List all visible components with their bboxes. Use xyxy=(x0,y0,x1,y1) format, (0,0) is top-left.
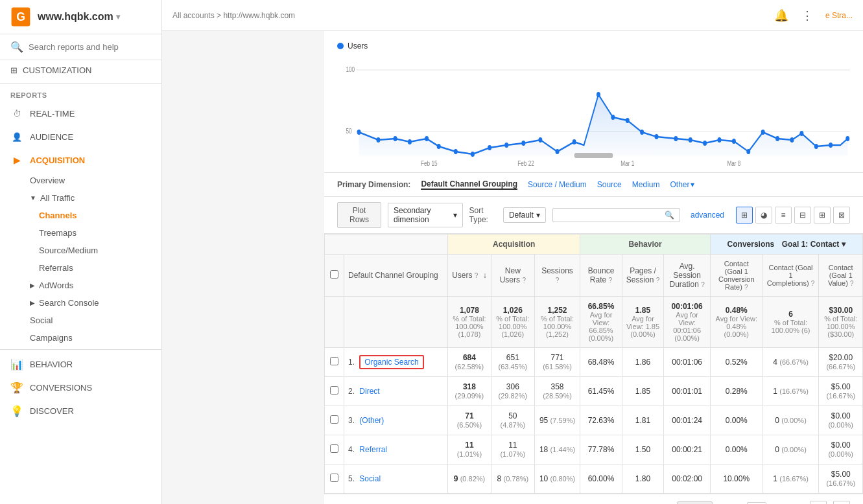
sidebar-item-customization[interactable]: ⊞ CUSTOMIZATION xyxy=(0,60,161,80)
acquisition-section-header: Acquisition xyxy=(448,235,580,255)
avg-session-info-icon[interactable]: ? xyxy=(701,281,705,288)
more-options-icon[interactable]: ⋮ xyxy=(799,8,815,23)
sort-type-dropdown[interactable]: Default ▾ xyxy=(503,207,546,223)
sidebar-header: G www.hqbk.com ▾ xyxy=(0,0,161,34)
sidebar-item-social[interactable]: Social xyxy=(0,312,161,329)
sidebar-item-campaigns[interactable]: Campaigns xyxy=(0,329,161,347)
users-info-icon[interactable]: ? xyxy=(475,272,479,279)
sidebar-item-audience[interactable]: 👤 AUDIENCE xyxy=(0,125,161,148)
row-2-channel-link[interactable]: (Other) xyxy=(359,416,384,425)
rows-per-page-select[interactable]: 10 25 50 100 xyxy=(677,501,713,504)
row-1-channel-link[interactable]: Direct xyxy=(359,387,379,396)
dim-source-medium[interactable]: Source / Medium xyxy=(528,180,587,189)
table-search-icon[interactable]: 🔍 xyxy=(665,211,674,220)
pagination-prev-button[interactable]: ‹ xyxy=(810,501,827,504)
table-search-input[interactable] xyxy=(558,211,662,220)
totals-new-users: 1,026 % of Total: 100.00% (1,026) xyxy=(491,297,534,348)
search-input[interactable] xyxy=(29,42,151,52)
row-2-checkbox[interactable] xyxy=(330,415,338,424)
discover-label: DISCOVER xyxy=(30,406,74,416)
site-name[interactable]: www.hqbk.com ▾ xyxy=(38,11,120,23)
svg-text:Feb 15: Feb 15 xyxy=(421,159,438,167)
sidebar-item-sourcemedium[interactable]: Source/Medium xyxy=(0,242,161,259)
svg-point-33 xyxy=(732,139,736,144)
svg-text:100: 100 xyxy=(346,65,355,73)
contact-rate-info-icon[interactable]: ? xyxy=(744,284,748,291)
secondary-dimension-dropdown[interactable]: Secondary dimension ▾ xyxy=(388,203,463,227)
sessions-info-icon[interactable]: ? xyxy=(556,277,560,284)
view-comparison-icon[interactable]: ⊟ xyxy=(794,207,811,223)
bounce-rate-info-icon[interactable]: ? xyxy=(609,277,613,284)
new-users-info-icon[interactable]: ? xyxy=(522,277,526,284)
row-2-new-users: 50 (4.87%) xyxy=(491,406,534,435)
notifications-icon[interactable]: 🔔 xyxy=(774,8,789,23)
pagination-next-button[interactable]: › xyxy=(833,501,850,504)
advanced-link[interactable]: advanced xyxy=(691,211,724,220)
view-pie-icon[interactable]: ◕ xyxy=(755,207,772,223)
sidebar-item-acquisition[interactable]: ▶ ACQUISITION xyxy=(0,148,161,172)
users-sort-icon[interactable]: ↓ xyxy=(483,271,487,280)
row-4-new-users: 8 (0.78%) xyxy=(491,464,534,494)
view-lifetime-icon[interactable]: ⊠ xyxy=(833,207,850,223)
row-4-channel: 5. Social xyxy=(344,464,448,494)
sidebar-item-all-traffic[interactable]: ▼ All Traffic xyxy=(0,189,161,207)
row-3-contact-rate: 0.00% xyxy=(710,435,763,464)
row-1-checkbox[interactable] xyxy=(330,386,338,395)
sidebar-item-treemaps[interactable]: Treemaps xyxy=(0,224,161,242)
row-3-sessions: 18 (1.44%) xyxy=(534,435,580,464)
totals-checkbox-cell xyxy=(325,297,344,348)
sidebar-item-discover[interactable]: 💡 DISCOVER xyxy=(0,399,161,422)
sidebar-item-overview[interactable]: Overview xyxy=(0,172,161,189)
dim-default-channel-grouping[interactable]: Default Channel Grouping xyxy=(421,179,517,190)
dim-medium[interactable]: Medium xyxy=(632,180,660,189)
row-0-users: 684 (62.58%) xyxy=(448,348,491,377)
row-1-contact-completions: 1 (16.67%) xyxy=(763,377,819,406)
svg-point-41 xyxy=(845,136,849,141)
svg-point-31 xyxy=(703,141,707,146)
row-3-channel-link[interactable]: Referral xyxy=(359,445,387,454)
svg-point-17 xyxy=(471,152,475,157)
svg-point-21 xyxy=(538,137,542,143)
expand-icon: ▼ xyxy=(30,194,36,201)
svg-point-23 xyxy=(573,139,576,144)
plot-rows-button[interactable]: Plot Rows xyxy=(337,202,381,228)
goal-chevron-icon[interactable]: ▾ xyxy=(842,240,845,249)
contact-completions-info-icon[interactable]: ? xyxy=(811,280,815,287)
row-0-channel-link[interactable]: Organic Search xyxy=(359,355,423,369)
sidebar-item-searchconsole[interactable]: ▶ Search Console xyxy=(0,294,161,312)
row-1-channel: 2. Direct xyxy=(344,377,448,406)
svg-point-37 xyxy=(790,137,794,143)
sidebar-item-realtime[interactable]: ⏱ REAL-TIME xyxy=(0,102,161,125)
sidebar-item-conversions[interactable]: 🏆 CONVERSIONS xyxy=(0,376,161,399)
view-performance-icon[interactable]: ≡ xyxy=(775,207,792,223)
sidebar-item-channels[interactable]: Channels xyxy=(0,207,161,224)
select-all-checkbox[interactable] xyxy=(330,270,338,279)
breadcrumb-text: All accounts > http://www.hqbk.com xyxy=(172,11,295,20)
totals-contact-value: $30.00 % of Total: 100.00% ($30.00) xyxy=(819,297,863,348)
svg-point-14 xyxy=(425,136,429,141)
row-4-contact-completions: 1 (16.67%) xyxy=(763,464,819,494)
col-bounce-rate: Bounce Rate ? xyxy=(580,255,622,297)
sidebar: G www.hqbk.com ▾ 🔍 ⊞ CUSTOMIZATION Repor… xyxy=(0,0,162,504)
sidebar-item-adwords[interactable]: ▶ AdWords xyxy=(0,277,161,294)
row-2-bounce-rate: 72.63% xyxy=(580,406,622,435)
pages-session-info-icon[interactable]: ? xyxy=(656,277,660,284)
row-3-channel: 4. Referral xyxy=(344,435,448,464)
sidebar-item-behavior[interactable]: 📊 BEHAVIOR xyxy=(0,352,161,376)
row-3-checkbox[interactable] xyxy=(330,444,338,453)
svg-point-10 xyxy=(357,130,361,135)
row-4-channel-link[interactable]: Social xyxy=(359,474,381,483)
contact-value-info-icon[interactable]: ? xyxy=(850,280,854,287)
audience-icon: 👤 xyxy=(10,130,23,143)
row-0-checkbox[interactable] xyxy=(330,357,338,365)
dim-other[interactable]: Other ▾ xyxy=(670,180,694,189)
dim-source[interactable]: Source xyxy=(597,180,622,189)
user-label[interactable]: e Stra... xyxy=(825,11,853,20)
col-pages-session: Pages / Session ? xyxy=(622,255,664,297)
view-pivot-icon[interactable]: ⊞ xyxy=(814,207,831,223)
totals-avg-session: 00:01:06 Avg for View: 00:01:06 (0.00%) xyxy=(664,297,711,348)
sidebar-item-referrals[interactable]: Referrals xyxy=(0,259,161,277)
row-4-checkbox[interactable] xyxy=(330,474,338,482)
row-4-pages-session: 1.80 xyxy=(622,464,664,494)
view-table-icon[interactable]: ⊞ xyxy=(736,207,753,223)
